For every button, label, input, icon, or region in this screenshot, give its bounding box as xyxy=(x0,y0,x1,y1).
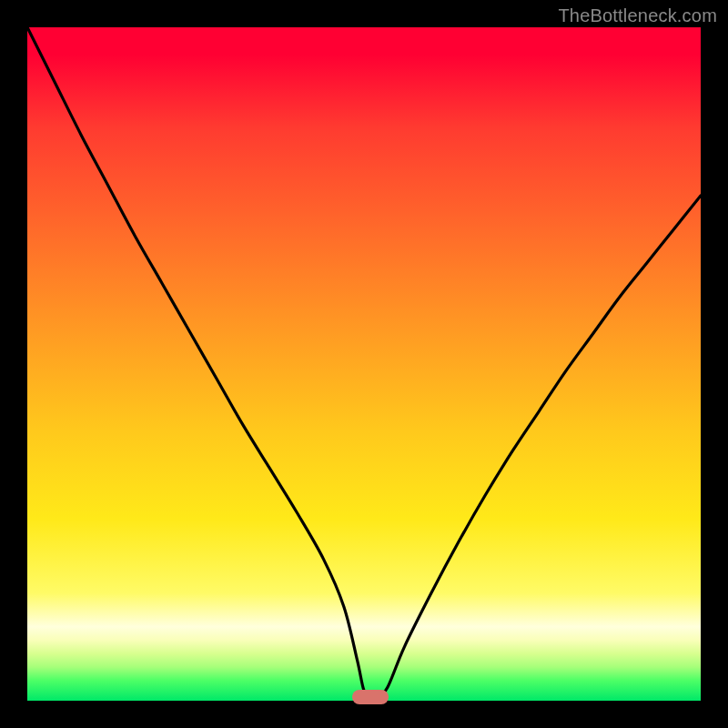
optimum-marker xyxy=(352,690,389,704)
chart-frame: TheBottleneck.com xyxy=(0,0,728,728)
bottleneck-curve xyxy=(27,27,701,701)
watermark-text: TheBottleneck.com xyxy=(558,5,717,26)
